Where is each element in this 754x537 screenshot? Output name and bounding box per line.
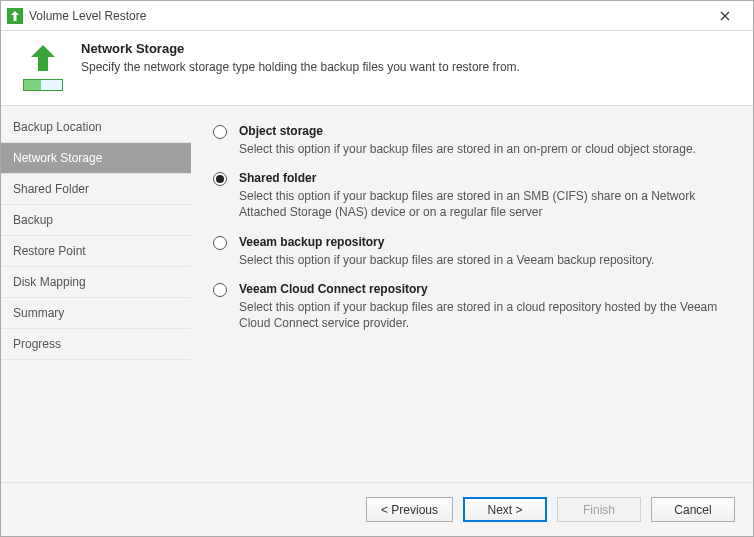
sidebar-item-disk-mapping[interactable]: Disk Mapping	[1, 267, 191, 298]
option-title: Veeam backup repository	[239, 235, 731, 249]
window-title: Volume Level Restore	[29, 9, 705, 23]
close-button[interactable]	[705, 2, 745, 30]
header-text: Network Storage Specify the network stor…	[81, 41, 520, 74]
option-desc: Select this option if your backup files …	[239, 252, 731, 268]
sidebar-item-label: Shared Folder	[13, 182, 89, 196]
wizard-header: Network Storage Specify the network stor…	[1, 31, 753, 105]
option-desc: Select this option if your backup files …	[239, 188, 731, 220]
sidebar-item-label: Restore Point	[13, 244, 86, 258]
option-object-storage[interactable]: Object storage Select this option if you…	[213, 124, 731, 157]
sidebar-item-label: Backup	[13, 213, 53, 227]
sidebar-item-label: Network Storage	[13, 151, 102, 165]
radio-icon	[213, 172, 227, 186]
finish-button[interactable]: Finish	[557, 497, 641, 522]
dialog-window: Volume Level Restore Network Storage Spe…	[0, 0, 754, 537]
page-title: Network Storage	[81, 41, 520, 56]
sidebar-item-label: Progress	[13, 337, 61, 351]
sidebar-item-label: Summary	[13, 306, 64, 320]
radio-icon	[213, 236, 227, 250]
sidebar-item-progress[interactable]: Progress	[1, 329, 191, 360]
sidebar-item-network-storage[interactable]: Network Storage	[1, 143, 191, 174]
wizard-footer: < Previous Next > Finish Cancel	[1, 482, 753, 536]
previous-button[interactable]: < Previous	[366, 497, 453, 522]
option-title: Shared folder	[239, 171, 731, 185]
restore-icon	[19, 43, 67, 91]
step-sidebar: Backup Location Network Storage Shared F…	[1, 106, 191, 482]
sidebar-item-summary[interactable]: Summary	[1, 298, 191, 329]
sidebar-item-backup[interactable]: Backup	[1, 205, 191, 236]
next-button[interactable]: Next >	[463, 497, 547, 522]
close-icon	[720, 11, 730, 21]
cancel-button[interactable]: Cancel	[651, 497, 735, 522]
radio-icon	[213, 125, 227, 139]
sidebar-item-label: Disk Mapping	[13, 275, 86, 289]
page-subtitle: Specify the network storage type holding…	[81, 60, 520, 74]
sidebar-item-label: Backup Location	[13, 120, 102, 134]
option-title: Object storage	[239, 124, 731, 138]
radio-icon	[213, 283, 227, 297]
option-desc: Select this option if your backup files …	[239, 141, 731, 157]
titlebar: Volume Level Restore	[1, 1, 753, 31]
option-veeam-cloud-connect[interactable]: Veeam Cloud Connect repository Select th…	[213, 282, 731, 331]
option-title: Veeam Cloud Connect repository	[239, 282, 731, 296]
option-veeam-backup-repo[interactable]: Veeam backup repository Select this opti…	[213, 235, 731, 268]
sidebar-item-restore-point[interactable]: Restore Point	[1, 236, 191, 267]
storage-type-options: Object storage Select this option if you…	[213, 124, 731, 331]
sidebar-item-backup-location[interactable]: Backup Location	[1, 112, 191, 143]
wizard-body: Backup Location Network Storage Shared F…	[1, 105, 753, 482]
wizard-content: Object storage Select this option if you…	[191, 106, 753, 482]
progress-icon	[23, 79, 63, 91]
sidebar-item-shared-folder[interactable]: Shared Folder	[1, 174, 191, 205]
app-icon	[7, 8, 23, 24]
option-desc: Select this option if your backup files …	[239, 299, 731, 331]
option-shared-folder[interactable]: Shared folder Select this option if your…	[213, 171, 731, 220]
